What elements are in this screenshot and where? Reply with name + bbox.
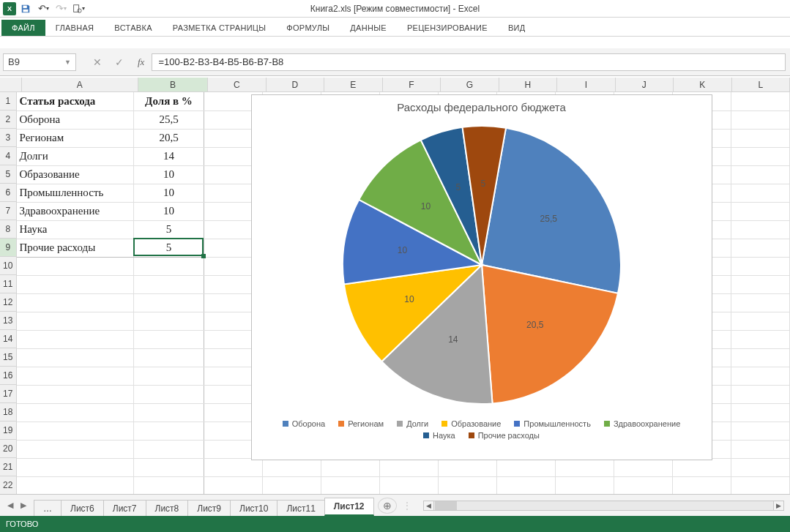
cell-A22[interactable] [17,476,134,494]
cell-H21[interactable] [497,458,556,476]
cell-B3[interactable]: 20,5 [134,129,204,147]
cell-L16[interactable] [731,367,790,385]
sheet-tab-Лист11[interactable]: Лист11 [277,500,324,517]
cell-B18[interactable] [134,403,204,422]
scroll-left-icon[interactable]: ◀ [424,501,434,510]
sheet-tab-Лист7[interactable]: Лист7 [103,500,146,517]
col-header-B[interactable]: B [138,78,208,91]
row-header-12[interactable]: 12 [0,293,17,312]
row-header-15[interactable]: 15 [0,348,17,367]
cell-A7[interactable]: Здравоохранение [17,202,134,220]
cell-A1[interactable]: Статья расхода [17,92,134,110]
ribbon-tab-вид[interactable]: ВИД [498,20,536,36]
cell-L20[interactable] [731,440,790,458]
row-header-7[interactable]: 7 [0,202,17,220]
spreadsheet-grid[interactable]: ABCDEFGHIJKL 123456789101112131415161718… [0,78,790,494]
ribbon-tab-рецензирование[interactable]: РЕЦЕНЗИРОВАНИЕ [397,20,498,36]
cell-A4[interactable]: Долги [17,147,134,165]
col-header-H[interactable]: H [499,78,557,91]
formula-input[interactable]: =100-B2-B3-B4-B5-B6-B7-B8 [152,53,786,71]
cell-L1[interactable] [731,92,790,110]
cell-L17[interactable] [731,385,790,403]
cell-J21[interactable] [614,458,673,476]
add-sheet-button[interactable]: ⊕ [378,498,397,514]
cell-A5[interactable]: Образование [17,165,134,184]
cell-A8[interactable]: Наука [17,220,134,239]
scroll-right-icon[interactable]: ▶ [773,501,783,510]
col-header-D[interactable]: D [267,78,324,91]
row-header-21[interactable]: 21 [0,458,17,476]
cell-H22[interactable] [497,476,556,494]
cell-A16[interactable] [17,367,134,385]
cell-E21[interactable] [321,458,380,476]
row-header-8[interactable]: 8 [0,220,17,239]
ribbon-tab-разметка страницы[interactable]: РАЗМЕТКА СТРАНИЦЫ [163,20,277,36]
cell-B12[interactable] [134,293,204,312]
cell-L2[interactable] [731,110,790,129]
cell-B5[interactable]: 10 [134,165,204,184]
accept-formula-button[interactable]: ✓ [111,54,127,70]
cell-A9[interactable]: Прочие расходы [17,239,134,257]
col-header-L[interactable]: L [732,78,790,91]
cell-A17[interactable] [17,385,134,403]
chevron-down-icon[interactable]: ▼ [64,59,71,66]
col-header-C[interactable]: C [208,78,266,91]
row-header-18[interactable]: 18 [0,403,17,422]
cell-B16[interactable] [134,367,204,385]
cell-L7[interactable] [731,202,790,220]
ribbon-tab-вставка[interactable]: ВСТАВКА [104,20,162,36]
ribbon-tab-формулы[interactable]: ФОРМУЛЫ [276,20,340,36]
cell-A11[interactable] [17,275,134,293]
row-header-22[interactable]: 22 [0,476,17,494]
col-header-F[interactable]: F [383,78,441,91]
fx-icon[interactable]: fx [138,56,144,68]
cell-L21[interactable] [731,458,790,476]
cell-B19[interactable] [134,422,204,440]
col-header-G[interactable]: G [441,78,499,91]
row-header-3[interactable]: 3 [0,129,17,147]
cell-A15[interactable] [17,348,134,367]
save-button[interactable] [18,1,34,16]
row-header-20[interactable]: 20 [0,440,17,458]
select-all-corner[interactable] [0,78,22,91]
row-header-2[interactable]: 2 [0,110,17,129]
cell-L3[interactable] [731,129,790,147]
cell-L6[interactable] [731,184,790,202]
cell-B13[interactable] [134,312,204,330]
cell-B15[interactable] [134,348,204,367]
cell-F22[interactable] [380,476,439,494]
cell-B1[interactable]: Доля в % [134,92,204,110]
horizontal-scrollbar[interactable]: ◀ ▶ [423,501,784,511]
cell-L18[interactable] [731,403,790,422]
cell-L5[interactable] [731,165,790,184]
sheet-tab-overflow[interactable]: … [34,500,62,517]
cell-L15[interactable] [731,348,790,367]
cell-B2[interactable]: 25,5 [134,110,204,129]
cell-L13[interactable] [731,312,790,330]
cell-L10[interactable] [731,257,790,275]
name-box[interactable]: B9 ▼ [3,53,76,71]
col-header-I[interactable]: I [557,78,615,91]
cancel-formula-button[interactable]: ✕ [89,54,105,70]
cell-I22[interactable] [556,476,614,494]
sheet-nav-next[interactable]: ▶ [18,501,29,510]
cell-A2[interactable]: Оборона [17,110,134,129]
cell-E22[interactable] [321,476,380,494]
row-header-10[interactable]: 10 [0,257,17,275]
cell-B7[interactable]: 10 [134,202,204,220]
sheet-nav-prev[interactable]: ◀ [4,501,16,510]
ribbon-tab-данные[interactable]: ДАННЫЕ [340,20,397,36]
cell-G22[interactable] [439,476,497,494]
cell-B11[interactable] [134,275,204,293]
cell-A10[interactable] [17,257,134,275]
sheet-tab-Лист6[interactable]: Лист6 [61,500,104,517]
cell-L11[interactable] [731,275,790,293]
cell-L12[interactable] [731,293,790,312]
cell-L8[interactable] [731,220,790,239]
col-header-K[interactable]: K [674,78,731,91]
scroll-thumb[interactable] [435,501,457,510]
cell-K21[interactable] [673,458,731,476]
cell-A14[interactable] [17,330,134,348]
redo-button[interactable]: ↷▾ [53,1,69,16]
col-header-E[interactable]: E [324,78,382,91]
